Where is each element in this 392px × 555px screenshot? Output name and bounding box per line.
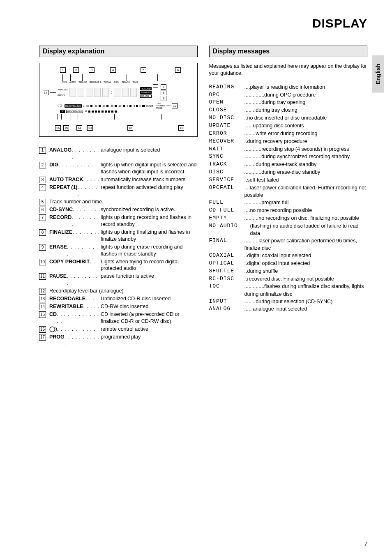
level-label: -20 — [110, 105, 113, 108]
message-code: ERROR — [209, 130, 244, 138]
diagram-label: DIG — [62, 81, 67, 84]
diagram-label: TIME — [133, 81, 138, 84]
message-code: RC-DISC — [209, 275, 244, 283]
message-row: COAXIAL..digital coaxial input selected — [209, 252, 368, 260]
explanation-term: CD-SYNC — [49, 206, 73, 213]
diagram-pause-label: PAUSE — [156, 107, 166, 110]
message-row: OPCFAIL....laser power calibration faile… — [209, 184, 368, 199]
callout-number: 8 — [39, 229, 46, 236]
dots: . . . . . . . — [78, 184, 101, 198]
explanation-row: 3AUTO TRACK . . . . . automatically incr… — [39, 176, 198, 183]
messages-list: READING....player is reading disc inform… — [209, 83, 368, 313]
explanation-desc: synchronized recording is active. — [101, 206, 198, 213]
diagram-callout: 2 — [73, 67, 79, 73]
explanation-row: 8FINALIZE . . . . . . . . lights up duri… — [39, 229, 198, 243]
explanation-list: 1ANALOG . . . . . . . . . analogue input… — [39, 147, 198, 348]
message-row: EMPTY..........no recordings on disc, fi… — [209, 214, 368, 222]
explanation-row: 13RECORDABLE . . . . Unfinalized CD-R di… — [39, 295, 198, 302]
explanation-desc: pause function is active — [101, 273, 198, 280]
diagram-callout: 17 — [43, 90, 48, 95]
seven-segment — [94, 88, 101, 97]
explanation-term: RECORD — [49, 214, 71, 228]
message-row: SYNC............during synchronized reco… — [209, 153, 368, 161]
dots: . . . . . . . . . . . . . — [58, 161, 101, 175]
message-row: SHUFFLE..during shuffle — [209, 267, 368, 275]
level-label: -30 — [102, 105, 106, 108]
dots: . . . . — [85, 295, 101, 302]
level-label: -6 — [126, 105, 128, 108]
diagram-callout: 8 — [161, 90, 166, 95]
message-desc: ..during recovery procedure — [244, 138, 368, 145]
diagram-badge-finalize: FINALIZE — [140, 91, 152, 94]
message-desc: ......updating disc contents — [244, 122, 368, 129]
page-title: DISPLAY — [39, 16, 367, 30]
explanation-row: 16◯⦒ . . . . . . . . . . . remote contro… — [39, 326, 198, 333]
diagram-callout: 10 — [172, 103, 178, 108]
explanation-term: PROG — [49, 334, 65, 348]
message-row: ERROR........write error during recordin… — [209, 130, 368, 138]
diagram-label: REM — [114, 81, 119, 84]
message-desc: ............recording stop (4 seconds) i… — [244, 145, 368, 153]
seven-segment — [114, 88, 120, 97]
explanation-row: 17PROG . . . . . . . . . . . programmed … — [39, 334, 198, 348]
message-row: INPUT........during input selection (CD-… — [209, 298, 368, 306]
message-code: FULL — [209, 199, 244, 207]
message-code: OPTICAL — [209, 260, 244, 267]
callout-number: 1 — [39, 147, 46, 154]
explanation-term: ANALOG — [49, 147, 71, 161]
dots: . . . . . . . . . . . . . . — [57, 311, 101, 325]
message-code: SHUFFLE — [209, 267, 244, 275]
diagram-callout: 11 — [178, 125, 184, 131]
message-row: FULL............program full — [209, 199, 368, 207]
message-row: WAIT............recording stop (4 second… — [209, 145, 368, 153]
message-desc: ........during input selection (CD-SYNC) — [244, 298, 368, 305]
diagram-callout: 12 — [127, 125, 133, 131]
dots: . . . . . . . . . . — [67, 244, 101, 258]
diagram-callout: 1 — [60, 67, 66, 73]
message-desc: ........during tray closing — [244, 106, 368, 114]
message-desc: ........during erase-track standby — [244, 161, 368, 168]
diagram-callout: 15 — [63, 125, 69, 131]
explanation-term: COPY PROHIBIT — [49, 258, 90, 265]
message-code: NO DISC — [209, 114, 244, 122]
message-row: CLOSE........during tray closing — [209, 106, 368, 114]
message-row: FINAL..........laser power calibration p… — [209, 237, 368, 252]
message-code: INPUT — [209, 298, 244, 306]
level-label: -50 — [85, 105, 89, 108]
explanation-term: AUTO TRACK — [49, 176, 83, 183]
message-desc: ..........no recordings on disc, finaliz… — [244, 214, 368, 222]
diagram-callout: 5 — [141, 67, 146, 73]
dots: . . . . . — [83, 176, 101, 183]
message-desc: ............program full — [244, 199, 368, 206]
level-label: L — [83, 105, 84, 108]
message-code: TRACK — [209, 161, 244, 168]
message-code: CD FULL — [209, 207, 244, 214]
explanation-desc: Lights when trying to record digital pro… — [101, 258, 198, 272]
diagram-label: TOTAL — [104, 81, 111, 84]
language-tab: English — [372, 55, 384, 93]
diagram-analog-label: ANALOG — [58, 88, 68, 91]
callout-number: 13 — [39, 296, 46, 302]
message-desc: ............during synchronized recordin… — [244, 153, 368, 160]
explanation-term: PAUSE — [49, 273, 67, 287]
message-desc: ............during tray opening — [244, 99, 368, 106]
callout-number: 15 — [39, 311, 46, 318]
explanation-row: 12Record/play level bar (analogue) — [39, 288, 198, 295]
diagram-callout: 16 — [55, 125, 61, 131]
level-label: -3 — [133, 105, 135, 108]
message-code: SYNC — [209, 153, 244, 161]
seven-segment — [69, 88, 76, 97]
message-row: TRACK........during erase-track standby — [209, 161, 368, 168]
diagram-label: REPEAT 1 — [90, 81, 101, 84]
dots: . . . . . . . . . . . — [57, 326, 101, 333]
message-desc: ............during erase-disc standby — [244, 168, 368, 176]
section-heading-display-explanation: Display explanation — [39, 46, 198, 57]
explanation-term: CD — [49, 311, 57, 325]
remote-icon: ◯⦒ — [58, 104, 62, 108]
message-row: OPEN............during tray opening — [209, 99, 368, 106]
dots: . . . . . . . . — [73, 206, 101, 213]
message-code: FINAL — [209, 237, 244, 245]
explanation-desc: analogue input is selected — [101, 147, 198, 154]
diagram-callout: 6 — [175, 67, 181, 73]
callout-number: 5 — [39, 199, 46, 205]
